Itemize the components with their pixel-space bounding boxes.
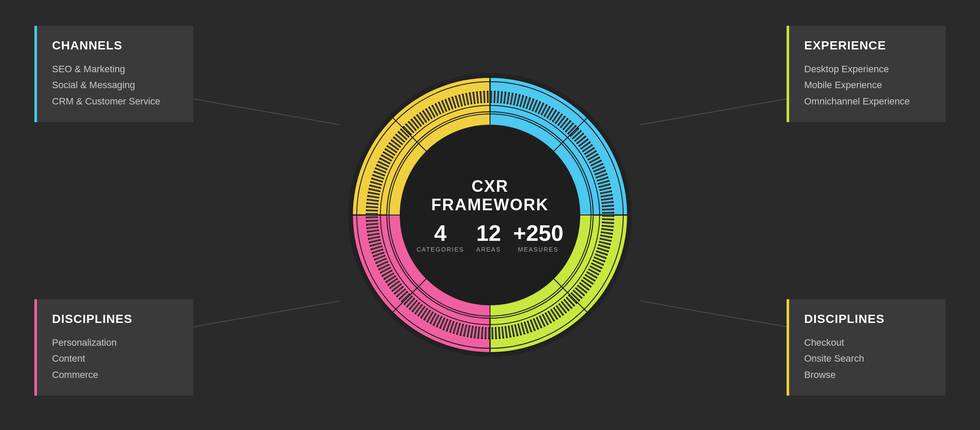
framework-title: CXR FRAMEWORK <box>415 177 565 214</box>
svg-line-23 <box>193 301 340 327</box>
categories-number: 4 <box>416 222 464 244</box>
cxr-wheel: CXR FRAMEWORK 4 CATEGORIES 12 AREAS +250… <box>340 64 640 366</box>
disciplines-right-item-3: Browse <box>804 367 931 383</box>
measures-number: +250 <box>513 222 564 244</box>
experience-item-1: Desktop Experience <box>804 61 931 77</box>
areas-label: AREAS <box>476 246 501 253</box>
channels-title: CHANNELS <box>52 39 178 52</box>
disciplines-left-box: DISCIPLINES Personalization Content Comm… <box>34 299 193 396</box>
areas-number: 12 <box>476 222 501 244</box>
disciplines-left-item-1: Personalization <box>52 335 178 350</box>
stat-categories: 4 CATEGORIES <box>416 222 464 253</box>
disciplines-right-item-2: Onsite Search <box>804 350 931 366</box>
svg-line-21 <box>193 99 340 125</box>
experience-item-3: Omnichannel Experience <box>804 93 931 109</box>
stat-areas: 12 AREAS <box>476 222 501 253</box>
disciplines-right-item-1: Checkout <box>804 335 931 350</box>
disciplines-right-title: DISCIPLINES <box>804 312 931 326</box>
stats-row: 4 CATEGORIES 12 AREAS +250 MEASURES <box>415 222 565 253</box>
disciplines-left-item-3: Commerce <box>52 367 178 383</box>
channels-item-2: Social & Messaging <box>52 77 178 93</box>
stat-measures: +250 MEASURES <box>513 222 564 253</box>
experience-title: EXPERIENCE <box>804 39 931 52</box>
channels-item-3: CRM & Customer Service <box>52 93 178 109</box>
svg-line-24 <box>640 301 787 327</box>
disciplines-left-title: DISCIPLINES <box>52 312 178 326</box>
categories-label: CATEGORIES <box>416 246 464 253</box>
disciplines-left-item-2: Content <box>52 350 178 366</box>
channels-box: CHANNELS SEO & Marketing Social & Messag… <box>34 26 193 122</box>
center-text-overlay: CXR FRAMEWORK 4 CATEGORIES 12 AREAS +250… <box>415 177 565 253</box>
main-container: CHANNELS SEO & Marketing Social & Messag… <box>0 0 980 430</box>
experience-box: EXPERIENCE Desktop Experience Mobile Exp… <box>787 26 946 122</box>
channels-item-1: SEO & Marketing <box>52 61 178 77</box>
disciplines-right-box: DISCIPLINES Checkout Onsite Search Brows… <box>787 299 946 396</box>
measures-label: MEASURES <box>513 246 564 253</box>
svg-line-22 <box>640 99 787 125</box>
experience-item-2: Mobile Experience <box>804 77 931 93</box>
